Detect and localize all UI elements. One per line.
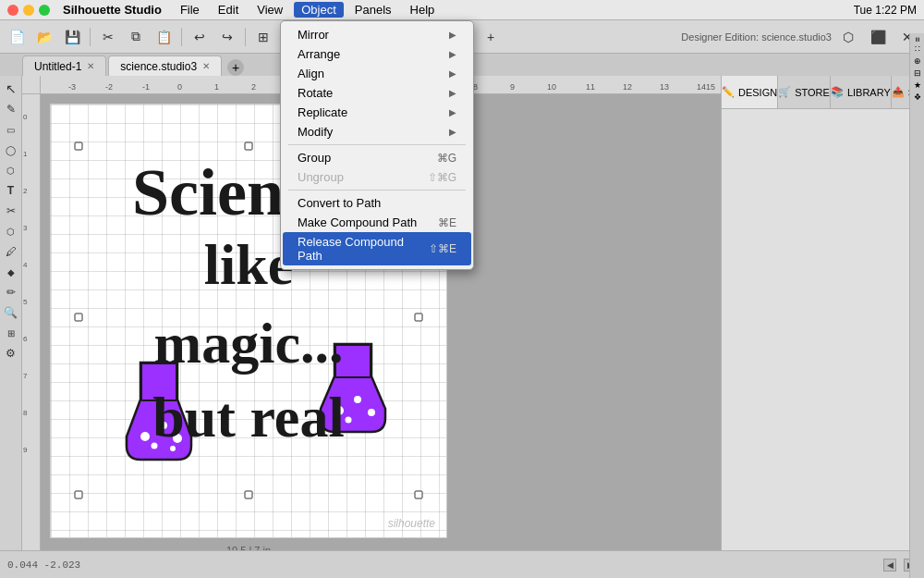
object-menu-dropdown: Mirror ▶ Arrange ▶ Align ▶ Rotate ▶ Repl… (280, 20, 474, 270)
tool-scissor[interactable]: ✂ (2, 202, 20, 220)
separator-3 (245, 28, 246, 46)
zoom-out-btn[interactable]: ◀ (883, 559, 896, 572)
toolbar-polygon[interactable]: ⬡ (835, 24, 861, 50)
svg-rect-20 (75, 314, 82, 321)
svg-rect-21 (415, 314, 422, 321)
right-panel-tabs: ✏️ DESIGN 🛒 STORE 📚 LIBRARY 📤 SEND (722, 76, 924, 109)
ruler-corner (22, 76, 41, 94)
menu-item-modify[interactable]: Modify ▶ (283, 122, 471, 141)
menu-edit[interactable]: Edit (211, 2, 246, 18)
tool-draw[interactable]: ✎ (2, 100, 20, 118)
menu-item-group[interactable]: Group ⌘G (283, 148, 471, 167)
toolbar-group[interactable]: ⊞ (250, 24, 276, 50)
menu-item-ungroup[interactable]: Ungroup ⇧⌘G (283, 167, 471, 187)
tab-store[interactable]: 🛒 STORE (778, 76, 831, 108)
menu-item-arrange[interactable]: Arrange ▶ (283, 44, 471, 64)
right-tool-4[interactable]: ⊟ (914, 68, 921, 78)
tab-untitled[interactable]: Untitled-1 ✕ (22, 55, 106, 76)
toolbar-redo[interactable]: ↪ (214, 24, 240, 50)
traffic-lights (7, 5, 50, 16)
store-icon: 🛒 (778, 86, 791, 98)
design-icon: ✏️ (722, 86, 735, 98)
toolbar-copy[interactable]: ⧉ (123, 24, 149, 50)
menu-view[interactable]: View (249, 2, 290, 18)
tab-science-close[interactable]: ✕ (202, 61, 210, 71)
tool-rect[interactable]: ▭ (2, 120, 20, 139)
toolbar-undo[interactable]: ↩ (187, 24, 213, 50)
toolbar-save[interactable]: 💾 (59, 24, 85, 50)
minimize-button[interactable] (23, 5, 34, 16)
menu-item-replicate[interactable]: Replicate ▶ (283, 103, 471, 122)
tab-new-button[interactable]: + (227, 59, 244, 76)
tool-fill[interactable]: ◆ (2, 263, 20, 281)
tool-settings[interactable]: ⚙ (2, 344, 20, 363)
menu-bar: Silhouette Studio File Edit View Object … (0, 0, 924, 20)
right-mini-toolbar: ≡ ∷ ⊕ ⊟ ★ ❖ (909, 33, 924, 578)
tool-select[interactable]: ↖ (2, 80, 20, 98)
maximize-button[interactable] (39, 5, 50, 16)
tab-science-label: science.studio3 (120, 60, 197, 73)
right-tool-1[interactable]: ≡ (913, 37, 922, 42)
tool-eraser[interactable]: ⬡ (2, 222, 20, 240)
menu-item-release-compound-path[interactable]: Release Compound Path ⇧⌘E (283, 232, 471, 265)
tab-library[interactable]: 📚 LIBRARY (831, 76, 892, 108)
window-title: Designer Edition: science.studio3 (681, 31, 832, 43)
toolbar-open[interactable]: 📂 (31, 24, 57, 50)
tool-pen[interactable]: 🖊 (2, 242, 20, 261)
svg-text:but real: but real (152, 386, 344, 449)
tab-science[interactable]: science.studio3 ✕ (108, 55, 222, 76)
toolbar-paste[interactable]: 📋 (151, 24, 176, 50)
menu-panels[interactable]: Panels (347, 2, 399, 18)
menu-object[interactable]: Object (294, 2, 344, 18)
menu-item-convert-to-path[interactable]: Convert to Path (283, 193, 471, 213)
svg-point-13 (368, 409, 375, 416)
left-toolbar: ↖ ✎ ▭ ◯ ⬡ T ✂ ⬡ 🖊 ◆ ✏ 🔍 ⊞ ⚙ (0, 76, 22, 550)
silhouette-watermark: silhouette (388, 517, 435, 530)
tool-ellipse[interactable]: ◯ (2, 141, 20, 159)
right-tool-2[interactable]: ∷ (915, 44, 920, 54)
toolbar-cut[interactable]: ✂ (95, 24, 121, 50)
toolbar-3d[interactable]: ⬛ (865, 24, 891, 50)
tool-crop[interactable]: ⊞ (2, 324, 20, 342)
right-panel-content (722, 109, 924, 550)
separator-2 (181, 28, 182, 46)
coord-display: 0.044 -2.023 (7, 560, 80, 571)
library-icon: 📚 (831, 86, 844, 98)
close-button[interactable] (7, 5, 18, 16)
svg-point-14 (346, 417, 352, 424)
right-panel: ✏️ DESIGN 🛒 STORE 📚 LIBRARY 📤 SEND ≡ ∷ ⊕ (721, 76, 924, 550)
ruler-vertical: 0 1 2 3 4 5 6 7 8 9 (22, 94, 41, 550)
tool-pencil[interactable]: ✏ (2, 283, 20, 301)
menu-item-make-compound-path[interactable]: Make Compound Path ⌘E (283, 213, 471, 232)
svg-rect-22 (75, 491, 82, 498)
app-name: Silhouette Studio (63, 3, 162, 17)
svg-rect-17 (75, 142, 82, 150)
menu-file[interactable]: File (173, 2, 207, 18)
menu-right-area: Tue 1:22 PM (854, 4, 917, 17)
toolbar-add-node[interactable]: + (478, 24, 504, 50)
status-bar: 0.044 -2.023 ◀ ▶ (0, 550, 924, 578)
tool-polygon[interactable]: ⬡ (2, 161, 20, 179)
tool-text[interactable]: T (2, 181, 20, 200)
svg-text:magic...: magic... (154, 312, 344, 375)
svg-rect-23 (245, 491, 252, 498)
menu-time: Tue 1:22 PM (854, 4, 917, 17)
menu-item-align[interactable]: Align ▶ (283, 64, 471, 83)
tab-design[interactable]: ✏️ DESIGN (722, 76, 778, 108)
canvas-size-label: 10.5 | 7 in (226, 545, 271, 550)
separator-1 (90, 28, 91, 46)
menu-item-mirror[interactable]: Mirror ▶ (283, 25, 471, 44)
menu-sep-2 (288, 190, 466, 191)
right-tool-6[interactable]: ❖ (914, 92, 921, 102)
menu-sep-1 (288, 144, 466, 145)
tab-untitled-close[interactable]: ✕ (87, 61, 94, 71)
toolbar-new[interactable]: 📄 (4, 24, 30, 50)
svg-point-12 (354, 396, 361, 403)
tab-library-label: LIBRARY (847, 87, 891, 98)
right-tool-5[interactable]: ★ (914, 80, 921, 90)
right-tool-3[interactable]: ⊕ (914, 56, 921, 66)
menu-help[interactable]: Help (403, 2, 443, 18)
tool-zoom[interactable]: 🔍 (2, 303, 20, 322)
menu-item-rotate[interactable]: Rotate ▶ (283, 83, 471, 103)
svg-point-4 (140, 432, 150, 441)
